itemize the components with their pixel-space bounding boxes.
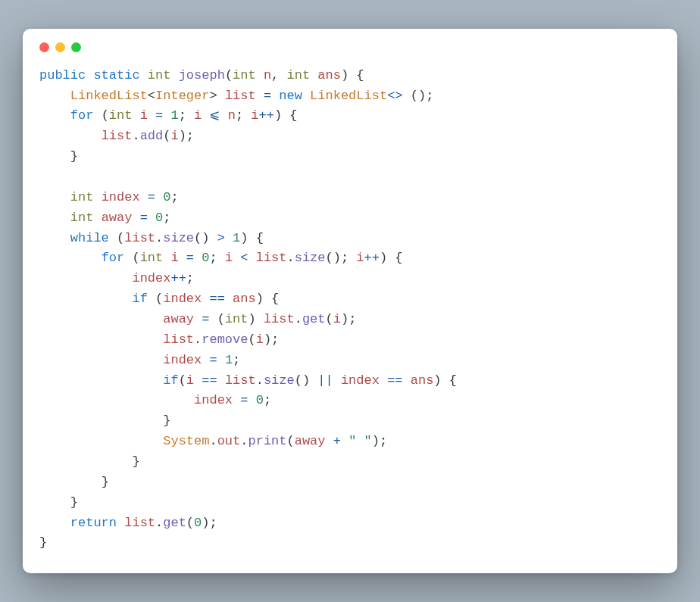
punct: } <box>102 475 109 489</box>
var: index <box>102 190 140 204</box>
op: ++ <box>258 108 273 123</box>
var: i <box>170 129 178 143</box>
punct: . <box>295 312 302 326</box>
minimize-icon[interactable] <box>55 42 65 52</box>
punct: { <box>395 251 402 265</box>
keyword: if <box>163 373 178 388</box>
punct: . <box>256 373 264 388</box>
punct: ( <box>163 129 170 143</box>
indent <box>102 454 133 469</box>
var: list <box>102 129 133 143</box>
indent <box>39 373 70 388</box>
punct: ) <box>372 434 380 448</box>
punct: } <box>70 149 78 164</box>
punct: } <box>39 535 47 550</box>
var: i <box>140 108 148 123</box>
punct: ) <box>202 516 209 530</box>
punct: ( <box>117 231 124 245</box>
code-block: public static int joseph(int n, int ans)… <box>39 66 661 554</box>
var: i <box>256 332 264 347</box>
type: int <box>140 251 164 265</box>
indent <box>102 434 133 448</box>
indent <box>70 292 102 306</box>
var: index <box>163 353 202 367</box>
var: list <box>163 332 194 347</box>
method: remove <box>202 332 248 347</box>
punct: { <box>289 108 297 123</box>
punct: () <box>295 373 310 388</box>
string: " " <box>348 434 372 448</box>
keyword: for <box>102 251 125 265</box>
op: = <box>209 353 217 367</box>
op: = <box>240 393 248 407</box>
indent <box>102 312 133 326</box>
num: 0 <box>155 211 163 225</box>
indent <box>132 434 163 448</box>
indent <box>39 251 70 265</box>
op: == <box>387 373 402 388</box>
punct: ) <box>274 108 282 123</box>
punct: ; <box>341 251 348 265</box>
keyword: public <box>39 68 86 83</box>
indent <box>102 373 133 388</box>
class: LinkedList <box>310 89 387 103</box>
keyword: if <box>132 292 147 306</box>
method: get <box>163 516 186 530</box>
op: = <box>202 312 209 326</box>
indent <box>132 312 163 326</box>
punct: ) <box>179 129 186 143</box>
punct: ) <box>341 68 348 83</box>
punct: () <box>194 231 209 245</box>
indent <box>39 434 70 448</box>
var: list <box>225 89 256 103</box>
punct: ; <box>426 89 433 103</box>
indent <box>39 231 70 245</box>
punct: ( <box>179 373 186 388</box>
method: print <box>248 434 286 448</box>
type: int <box>148 68 171 83</box>
indent <box>70 353 102 367</box>
punct: ; <box>186 271 194 285</box>
punct: ( <box>225 68 233 83</box>
punct: ; <box>271 332 279 347</box>
var: list <box>225 373 256 388</box>
var: index <box>132 271 170 285</box>
method: size <box>295 251 326 265</box>
punct: ; <box>348 312 356 326</box>
punct: ) <box>264 332 271 347</box>
close-icon[interactable] <box>39 42 49 52</box>
var: n <box>228 108 236 123</box>
param: n <box>264 68 271 83</box>
indent <box>102 332 133 347</box>
indent <box>70 454 102 469</box>
indent <box>132 413 163 428</box>
punct: ; <box>209 516 217 530</box>
indent <box>39 211 70 225</box>
indent <box>70 251 102 265</box>
num: 1 <box>225 353 233 367</box>
punct: () <box>411 89 426 103</box>
indent <box>39 495 70 510</box>
zoom-icon[interactable] <box>71 42 81 52</box>
indent <box>102 353 133 367</box>
indent <box>102 393 133 407</box>
indent <box>70 475 102 489</box>
class: LinkedList <box>70 89 148 103</box>
punct: ; <box>179 108 186 123</box>
indent <box>39 312 70 326</box>
op: <> <box>387 89 402 103</box>
var: ans <box>233 292 256 306</box>
op: = <box>140 211 148 225</box>
keyword: static <box>93 68 139 83</box>
punct: ; <box>163 211 170 225</box>
punct: } <box>132 454 139 469</box>
indent <box>70 271 102 285</box>
punct: ) <box>433 373 441 388</box>
var: index <box>341 373 380 388</box>
type: int <box>70 211 94 225</box>
punct: ) <box>256 292 264 306</box>
indent <box>102 271 133 285</box>
punct: ( <box>217 312 225 326</box>
punct: ( <box>132 251 139 265</box>
var: list <box>256 251 287 265</box>
